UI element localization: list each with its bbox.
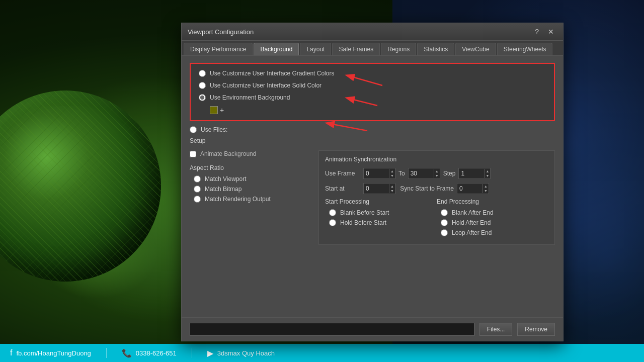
use-frame-row: Use Frame ▲ ▼ To xyxy=(325,168,548,179)
hold-after-end-label: Hold After End xyxy=(452,219,491,226)
radio-blank-before-start[interactable] xyxy=(329,209,336,216)
to-down[interactable]: ▼ xyxy=(434,173,440,178)
sync-spinbox[interactable]: ▲ ▼ xyxy=(457,183,489,194)
use-files-label: Use Files: xyxy=(201,126,227,133)
color-plus-icon[interactable]: + xyxy=(220,106,224,114)
start-processing-col: Start Processing Blank Before Start Hold… xyxy=(325,198,437,239)
start-at-arrows: ▲ ▼ xyxy=(389,184,395,193)
tab-steeringwheels[interactable]: SteeringWheels xyxy=(497,43,553,55)
title-buttons: ? ✕ xyxy=(532,27,557,36)
footer-phone: 📞 0338-626-651 xyxy=(122,348,177,358)
animate-bg-row: Animate Background xyxy=(190,150,310,157)
match-viewport-label: Match Viewport xyxy=(205,175,246,183)
to-input[interactable] xyxy=(409,170,434,177)
footer-channel: ▶ 3dsmax Quy Hoach xyxy=(207,348,275,358)
tab-display-performance[interactable]: Display Performance xyxy=(184,43,253,55)
footer-channel-text: 3dsmax Quy Hoach xyxy=(217,349,275,357)
radio-match-viewport[interactable] xyxy=(194,175,201,183)
tab-background[interactable]: Background xyxy=(254,43,299,55)
processing-cols: Start Processing Blank Before Start Hold… xyxy=(325,198,548,239)
animate-bg-label: Animate Background xyxy=(200,150,256,157)
use-frame-up[interactable]: ▲ xyxy=(389,169,395,173)
help-button[interactable]: ? xyxy=(532,27,542,36)
step-down[interactable]: ▼ xyxy=(485,173,490,178)
hold-after-end-row: Hold After End xyxy=(437,219,548,226)
tab-layout[interactable]: Layout xyxy=(300,43,331,55)
radio-hold-before-start[interactable] xyxy=(329,219,336,226)
radio-match-bitmap[interactable] xyxy=(194,186,201,193)
to-spinbox[interactable]: ▲ ▼ xyxy=(408,168,440,179)
youtube-icon: ▶ xyxy=(207,348,213,358)
files-button[interactable]: Files... xyxy=(479,323,512,336)
sync-up[interactable]: ▲ xyxy=(483,184,489,189)
start-at-label: Start at xyxy=(325,185,360,192)
step-spinbox[interactable]: ▲ ▼ xyxy=(458,168,491,179)
blank-before-start-row: Blank Before Start xyxy=(325,209,437,216)
option-solid-row: Use Customize User Interface Solid Color xyxy=(199,82,546,89)
start-at-down[interactable]: ▼ xyxy=(389,189,395,193)
footer-phone-text: 0338-626-651 xyxy=(136,349,177,357)
tab-regions[interactable]: Regions xyxy=(381,43,416,55)
setup-left-col: Animate Background Aspect Ratio Match Vi… xyxy=(190,150,310,245)
setup-section: Setup Animate Background Aspect Ratio Ma… xyxy=(190,137,555,245)
match-rendering-label: Match Rendering Output xyxy=(205,196,271,203)
sync-down[interactable]: ▼ xyxy=(483,189,489,193)
to-arrows: ▲ ▼ xyxy=(434,169,440,178)
file-path-input[interactable] xyxy=(190,323,474,336)
remove-button[interactable]: Remove xyxy=(517,323,555,336)
close-button[interactable]: ✕ xyxy=(545,27,557,36)
tab-statistics[interactable]: Statistics xyxy=(417,43,454,55)
animation-sync-group: Animation Synchronization Use Frame ▲ ▼ xyxy=(318,150,555,245)
blank-after-end-row: Blank After End xyxy=(437,209,548,216)
sync-input[interactable] xyxy=(457,185,482,192)
start-processing-title: Start Processing xyxy=(325,198,437,205)
option-environment-row: Use Environment Background xyxy=(199,94,546,101)
start-at-row: Start at ▲ ▼ Sync Start to Frame xyxy=(325,183,548,194)
radio-solid[interactable] xyxy=(199,82,206,89)
blank-before-start-label: Blank Before Start xyxy=(340,209,389,216)
bottom-bar: Files... Remove xyxy=(182,317,563,341)
radio-environment[interactable] xyxy=(199,94,206,101)
radio-hold-after-end[interactable] xyxy=(441,219,448,226)
start-at-up[interactable]: ▲ xyxy=(389,184,395,189)
radio-gradient-label: Use Customize User Interface Gradient Co… xyxy=(210,70,334,77)
dialog-title: Viewport Configuration xyxy=(188,28,254,36)
step-input[interactable] xyxy=(459,170,484,177)
start-at-spinbox[interactable]: ▲ ▼ xyxy=(363,183,395,194)
setup-title: Setup xyxy=(190,137,555,144)
anim-sync-title: Animation Synchronization xyxy=(325,156,548,163)
use-frame-input[interactable] xyxy=(364,170,389,177)
loop-after-end-row: Loop After End xyxy=(437,229,548,236)
radio-gradient[interactable] xyxy=(199,70,206,77)
step-up[interactable]: ▲ xyxy=(485,169,490,173)
loop-after-end-label: Loop After End xyxy=(452,229,492,236)
radio-blank-after-end[interactable] xyxy=(441,209,448,216)
radio-use-files[interactable] xyxy=(190,126,197,133)
tab-safe-frames[interactable]: Safe Frames xyxy=(332,43,380,55)
facebook-icon: f xyxy=(10,348,12,357)
hold-before-start-label: Hold Before Start xyxy=(340,219,386,226)
radio-environment-label: Use Environment Background xyxy=(210,94,290,101)
radio-loop-after-end[interactable] xyxy=(441,229,448,236)
animate-bg-checkbox[interactable] xyxy=(190,151,196,157)
use-files-row: Use Files: xyxy=(190,126,555,133)
aspect-bitmap-row: Match Bitmap xyxy=(190,186,310,193)
footer-facebook-text: fb.com/HoangTungDuong xyxy=(16,349,91,357)
use-frame-down[interactable]: ▼ xyxy=(389,173,395,178)
radio-solid-label: Use Customize User Interface Solid Color xyxy=(210,82,321,89)
hold-before-start-row: Hold Before Start xyxy=(325,219,437,226)
viewport-config-dialog: Viewport Configuration ? ✕ Display Perfo… xyxy=(181,23,564,341)
to-label: To xyxy=(398,170,405,177)
use-frame-spinbox[interactable]: ▲ ▼ xyxy=(363,168,395,179)
to-up[interactable]: ▲ xyxy=(434,169,440,173)
footer-divider-1 xyxy=(106,348,107,358)
tab-viewcube[interactable]: ViewCube xyxy=(455,43,496,55)
content-area: Use Customize User Interface Gradient Co… xyxy=(182,56,563,317)
footer-divider-2 xyxy=(192,348,192,358)
start-at-input[interactable] xyxy=(364,185,389,192)
background-options-group: Use Customize User Interface Gradient Co… xyxy=(190,63,555,121)
color-swatch[interactable] xyxy=(210,106,218,114)
radio-match-rendering[interactable] xyxy=(194,196,201,203)
blank-after-end-label: Blank After End xyxy=(452,209,494,216)
end-processing-title: End Processing xyxy=(437,198,548,205)
